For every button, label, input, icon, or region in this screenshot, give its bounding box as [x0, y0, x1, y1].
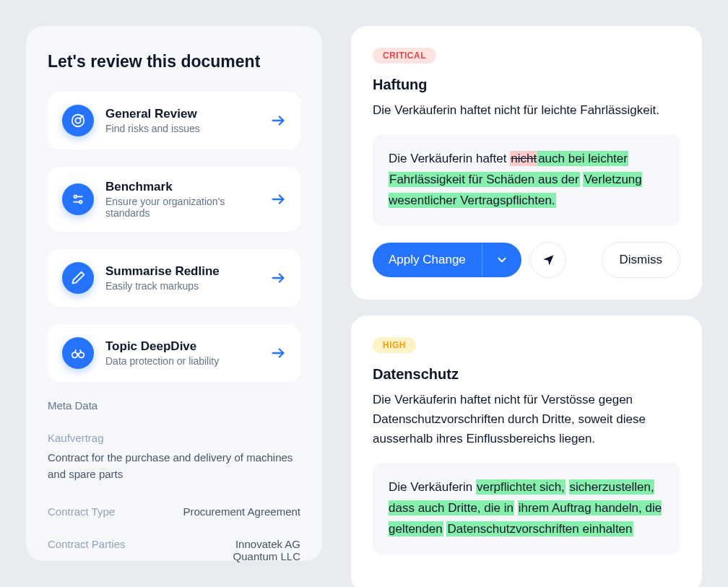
action-title: Summarise Redline: [105, 264, 259, 279]
meta-row-value: Innovatek AG Quantum LLC: [142, 538, 300, 562]
diff-removed: nicht: [510, 151, 537, 166]
arrow-right-icon: [270, 191, 286, 207]
binoculars-icon: [62, 337, 94, 369]
action-summarise-redline[interactable]: Summarise Redline Easily track markups: [48, 249, 300, 307]
apply-dropdown-icon[interactable]: [482, 243, 521, 277]
action-topic-deepdive[interactable]: Topic DeepDive Data protection or liabil…: [48, 324, 300, 382]
page-title: Let's review this document: [48, 52, 300, 71]
issue-card-high: HIGH Datenschutz Die Verkäuferin haftet …: [351, 316, 702, 587]
diff-box: Die Verkäuferin verpflichtet sich, siche…: [373, 463, 680, 555]
button-row: Apply Change Dismiss: [373, 242, 680, 278]
svg-point-4: [74, 196, 77, 199]
arrow-right-icon: [270, 113, 286, 129]
action-subtitle: Find risks and issues: [105, 123, 259, 134]
action-subtitle: Data protection or liability: [105, 355, 259, 367]
sliders-icon: [62, 183, 94, 215]
severity-badge: HIGH: [373, 337, 416, 353]
arrow-right-icon: [270, 345, 286, 361]
issue-text: Die Verkäuferin haftet nicht für leichte…: [373, 100, 680, 120]
arrow-right-icon: [270, 270, 286, 286]
action-title: General Review: [105, 107, 259, 121]
meta-heading: Meta Data: [48, 399, 300, 412]
issues-panel: CRITICAL Haftung Die Verkäuferin haftet …: [351, 26, 702, 561]
diff-added: verpflichtet sich,: [476, 479, 566, 495]
meta-row-label: Contract Parties: [48, 538, 142, 562]
review-panel: Let's review this document General Revie…: [26, 26, 322, 561]
diff-added: Fahrlässigkeit für Schäden aus der: [389, 172, 580, 187]
meta-row-value: Procurement Agreement: [142, 505, 300, 518]
meta-row-label: Contract Type: [48, 505, 142, 518]
navigation-icon: [542, 253, 555, 266]
issue-title: Haftung: [373, 77, 680, 93]
diff-added: auch bei leichter: [537, 151, 628, 166]
meta-description: Contract for the purchase and delivery o…: [48, 450, 300, 482]
diff-box: Die Verkäuferin haftet nichtauch bei lei…: [373, 134, 680, 226]
apply-change-button[interactable]: Apply Change: [373, 243, 521, 277]
dismiss-button[interactable]: Dismiss: [602, 242, 681, 278]
action-title: Benchmark: [105, 180, 259, 194]
pencil-icon: [62, 262, 94, 294]
meta-doc-type: Kaufvertrag: [48, 432, 300, 444]
action-general-review[interactable]: General Review Find risks and issues: [48, 92, 300, 149]
issue-card-critical: CRITICAL Haftung Die Verkäuferin haftet …: [351, 26, 702, 300]
navigate-button[interactable]: [530, 242, 566, 278]
diff-added: Datenschutzvorschriften einhalten: [446, 521, 633, 536]
issue-title: Datenschutz: [373, 366, 680, 383]
svg-point-10: [72, 352, 77, 357]
issue-text: Die Verkäuferin haftet nicht für Verstös…: [373, 390, 680, 449]
target-icon: [62, 105, 94, 136]
action-subtitle: Easily track markups: [105, 280, 259, 292]
severity-badge: CRITICAL: [373, 48, 436, 64]
svg-point-6: [79, 201, 82, 204]
action-subtitle: Ensure your organization's standards: [105, 196, 259, 219]
svg-point-11: [79, 352, 84, 357]
meta-data-section: Meta Data Kaufvertrag Contract for the p…: [48, 399, 300, 562]
action-title: Topic DeepDive: [105, 339, 259, 354]
chevron-down-icon: [495, 253, 508, 266]
action-benchmark[interactable]: Benchmark Ensure your organization's sta…: [48, 167, 300, 232]
